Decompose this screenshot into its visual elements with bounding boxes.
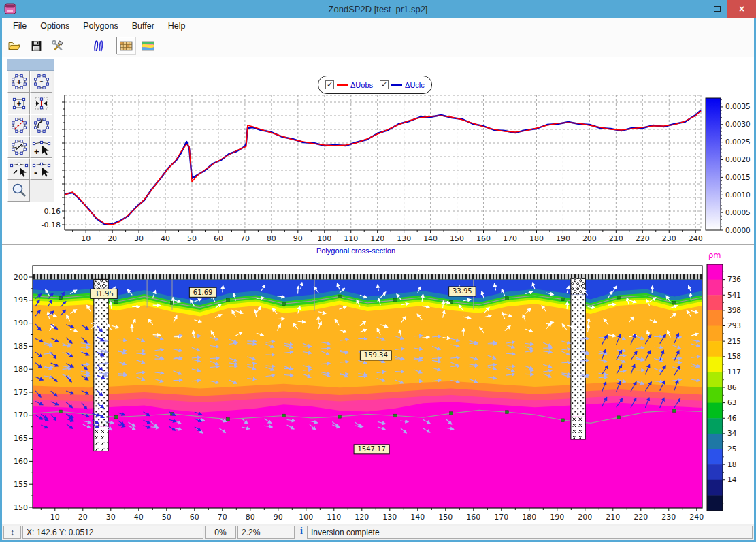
tick-label: 180 <box>529 234 544 243</box>
remove-node-button[interactable]: - <box>30 158 52 180</box>
horizon-node[interactable] <box>673 302 676 305</box>
legend-label: ΔUclc <box>405 81 425 89</box>
menu-item-file[interactable]: File <box>6 19 33 33</box>
tick-label: 170 <box>503 234 517 243</box>
resize-polygon-button[interactable] <box>7 136 30 158</box>
horizon-node[interactable] <box>506 411 509 414</box>
horizon-node[interactable] <box>617 416 621 419</box>
add-node-button[interactable]: + <box>30 136 52 158</box>
resistivity-colorbar: ρm73654139829321515811786634634251814 <box>704 249 754 535</box>
open-button[interactable] <box>5 37 24 54</box>
horizon-node[interactable] <box>506 297 509 300</box>
horizon-node[interactable] <box>338 415 342 419</box>
menu-item-options[interactable]: Options <box>33 19 76 33</box>
tick-label: 130 <box>382 513 397 522</box>
tick-label: 200 <box>578 513 592 522</box>
tick-label: 155 <box>14 480 28 489</box>
horizon-node[interactable] <box>115 415 118 419</box>
tick-label: 30 <box>134 234 144 243</box>
tick-label: 185 <box>14 342 28 351</box>
rotate-polygon-button[interactable] <box>30 114 52 136</box>
move-vertex-button[interactable] <box>30 93 52 114</box>
tick-label: 190 <box>550 513 564 522</box>
tick-label: 40 <box>161 234 170 243</box>
maximize-button[interactable] <box>707 0 727 18</box>
hammer-wrench-icon <box>52 40 65 52</box>
settings-button[interactable] <box>48 37 67 54</box>
polygon-tool-palette: +-++- <box>7 59 54 202</box>
tick-label: 1547.17 <box>357 445 385 453</box>
horizon-node[interactable] <box>227 299 230 302</box>
tick-label: 736 <box>727 275 741 283</box>
palette-header[interactable] <box>7 59 54 71</box>
drag-node-button[interactable] <box>7 158 30 180</box>
tick-label: 100 <box>317 234 331 243</box>
colored-section-icon <box>142 41 154 51</box>
legend-checkbox-ΔUclc[interactable]: ✓ <box>380 80 389 89</box>
tick-label: 70 <box>218 513 227 522</box>
tick-label: 0.0020 <box>725 155 751 163</box>
legend-label: ΔUobs <box>350 81 373 89</box>
tick-label: 195 <box>14 296 28 304</box>
tick-label: 170 <box>494 513 508 522</box>
panel-divider <box>2 244 754 245</box>
horizon-node[interactable] <box>673 409 676 413</box>
tick-label: 210 <box>606 513 620 522</box>
zoom-button[interactable] <box>7 180 30 202</box>
tick-label: 0.0025 <box>725 138 751 146</box>
horizon-node[interactable] <box>282 302 286 306</box>
chart-legend: ✓ΔUobs✓ΔUclc <box>318 76 432 94</box>
menu-item-help[interactable]: Help <box>161 19 193 33</box>
tick-label: 80 <box>246 513 255 522</box>
tick-label: 200 <box>14 273 28 282</box>
status-message: Inversion complete <box>307 526 753 539</box>
tick-label: 46 <box>727 414 737 422</box>
menu-item-buffer[interactable]: Buffer <box>125 19 161 33</box>
horizon-node[interactable] <box>282 414 286 417</box>
menu-item-polygons[interactable]: Polygons <box>76 19 125 33</box>
legend-checkbox-ΔUobs[interactable]: ✓ <box>325 80 334 89</box>
tick-label: 230 <box>662 234 676 243</box>
horizon-node[interactable] <box>394 299 397 302</box>
tick-label: 190 <box>14 319 28 328</box>
add-polygon-button[interactable]: + <box>7 71 30 93</box>
tick-label: 34 <box>727 429 737 437</box>
save-button[interactable] <box>27 37 46 54</box>
remove-polygon-button[interactable]: - <box>30 71 52 93</box>
horizon-node[interactable] <box>561 298 565 301</box>
horizon-node[interactable] <box>115 300 118 304</box>
close-button[interactable]: × <box>727 0 756 18</box>
magnifier-icon <box>9 180 29 201</box>
horizon-node[interactable] <box>617 296 621 299</box>
horizon-node[interactable] <box>59 410 63 413</box>
svg-text:-: - <box>34 166 37 178</box>
horizon-node[interactable] <box>394 414 397 417</box>
tick-label: 70 <box>240 234 250 243</box>
add-rectangle-button[interactable]: + <box>7 93 30 114</box>
cut-polygon-button[interactable] <box>7 114 30 136</box>
model-grid-view-button[interactable] <box>116 37 135 54</box>
tick-label: 120 <box>370 234 384 243</box>
series-ΔUobs <box>65 111 701 225</box>
tick-label: 10 <box>50 513 60 522</box>
observed-data-button[interactable] <box>88 37 107 54</box>
tick-label: 130 <box>397 234 411 243</box>
minimize-button[interactable]: — <box>687 0 707 18</box>
open-folder-icon <box>7 40 21 52</box>
client-area: FileOptionsPolygonsBufferHelp 1020304050… <box>2 18 754 540</box>
tick-label: 90 <box>293 234 303 243</box>
tick-label: 160 <box>466 513 480 522</box>
horizon-node[interactable] <box>338 295 342 298</box>
tick-label: 20 <box>108 234 117 243</box>
tick-label: 220 <box>634 513 648 522</box>
tick-label: 40 <box>134 513 144 522</box>
model-section-view-button[interactable] <box>138 37 157 54</box>
horizon-node[interactable] <box>227 418 230 421</box>
tick-label: 86 <box>727 383 737 392</box>
app-window: ZondSP2D [test_pr1.sp2] — × FileOptionsP… <box>0 0 756 542</box>
horizon-node[interactable] <box>561 419 565 422</box>
tick-label: 10 <box>81 234 91 243</box>
resistivity-section-chart[interactable]: 31.9561.6933.95159.341547.17102030405060… <box>2 257 754 524</box>
tick-label: 0.0035 <box>725 102 751 110</box>
horizon-node[interactable] <box>450 412 453 415</box>
